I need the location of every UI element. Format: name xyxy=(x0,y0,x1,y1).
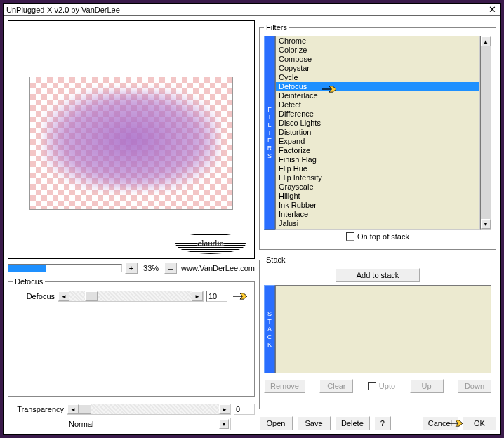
filter-item[interactable]: Copystar xyxy=(276,64,479,73)
preview-image xyxy=(44,90,218,190)
defocus-group: Defocus Defocus ◄ ► xyxy=(8,277,255,397)
pointing-hand-icon xyxy=(230,289,250,303)
blend-mode-row: Normal ▼ xyxy=(8,418,255,430)
filter-item[interactable]: Distortion xyxy=(276,128,479,137)
filter-item[interactable]: Deinterlace xyxy=(276,91,479,100)
zoom-row: + 33% – www.VanDerLee.com xyxy=(8,262,255,274)
filter-item[interactable]: Colorize xyxy=(276,46,479,55)
defocus-row: Defocus ◄ ► xyxy=(13,290,250,303)
stack-list[interactable] xyxy=(275,285,491,373)
preview-canvas[interactable] xyxy=(29,77,233,210)
transparency-label: Transparency xyxy=(8,405,64,413)
transparency-slider[interactable]: ◄ ► xyxy=(67,404,231,415)
filter-item[interactable]: Flip Intensity xyxy=(276,173,479,182)
filter-item[interactable]: Compose xyxy=(276,55,479,64)
filter-item[interactable]: Difference xyxy=(276,109,479,119)
transparency-row: Transparency ◄ ► xyxy=(8,404,255,415)
bottom-buttons: Open Save Delete ? Cancel OK xyxy=(259,416,496,430)
filter-item[interactable]: Flip Hue xyxy=(276,164,479,173)
filter-item[interactable]: Ink Rubber xyxy=(276,201,479,210)
window-title: UnPlugged-X v2.0 by VanDerLee xyxy=(6,6,486,14)
save-button[interactable]: Save xyxy=(297,416,331,430)
titlebar: UnPlugged-X v2.0 by VanDerLee ✕ xyxy=(4,4,500,16)
filters-scrollbar[interactable]: ▲ ▼ xyxy=(480,36,491,230)
filter-item[interactable]: Disco Lights xyxy=(276,119,479,128)
delete-button[interactable]: Delete xyxy=(335,416,370,430)
filters-legend: Filters xyxy=(264,23,289,32)
scroll-down-arrow[interactable]: ▼ xyxy=(481,219,491,229)
scroll-up-arrow[interactable]: ▲ xyxy=(481,36,491,46)
right-column: Filters FILTERS ChromeColorizeComposeCop… xyxy=(259,20,496,430)
ontop-label: On top of stack xyxy=(357,232,409,241)
filter-item[interactable]: Finish Flag xyxy=(276,155,479,164)
filters-list[interactable]: ChromeColorizeComposeCopystarCycleDefocu… xyxy=(275,36,480,230)
stack-group: Stack Add to stack STACK Remove Clear xyxy=(259,255,496,409)
cancel-button[interactable]: Cancel xyxy=(422,416,458,430)
close-button[interactable]: ✕ xyxy=(486,5,498,15)
ontop-checkbox[interactable]: On top of stack xyxy=(346,232,409,241)
zoom-out-button[interactable]: – xyxy=(164,263,177,274)
brand-logo: claudia xyxy=(175,233,246,254)
slider-thumb[interactable] xyxy=(85,291,98,301)
chevron-down-icon[interactable]: ▼ xyxy=(219,419,229,429)
filter-item[interactable]: Defocus xyxy=(276,82,479,91)
slider-left-arrow[interactable]: ◄ xyxy=(67,404,79,414)
filters-group: Filters FILTERS ChromeColorizeComposeCop… xyxy=(259,23,496,250)
slider-right-arrow[interactable]: ► xyxy=(192,291,203,301)
app-window: UnPlugged-X v2.0 by VanDerLee ✕ claudia … xyxy=(3,3,501,435)
zoom-in-button[interactable]: + xyxy=(125,263,138,274)
defocus-label: Defocus xyxy=(13,292,55,300)
scroll-track[interactable] xyxy=(481,46,491,219)
filter-item[interactable]: Cycle xyxy=(276,73,479,82)
filters-vtab[interactable]: FILTERS xyxy=(264,36,275,230)
open-button[interactable]: Open xyxy=(259,416,293,430)
preview-frame: claudia xyxy=(8,20,255,259)
vendor-link[interactable]: www.VanDerLee.com xyxy=(181,264,255,272)
transparency-value-input[interactable] xyxy=(234,404,255,415)
stack-legend: Stack xyxy=(264,255,288,264)
remove-button[interactable]: Remove xyxy=(264,379,305,393)
defocus-legend: Defocus xyxy=(13,277,45,286)
left-column: claudia + 33% – www.VanDerLee.com Defocu… xyxy=(8,20,255,430)
filter-item[interactable]: Hilight xyxy=(276,192,479,201)
ontop-row: On top of stack xyxy=(264,230,491,245)
down-button[interactable]: Down xyxy=(458,379,491,393)
upto-label: Upto xyxy=(379,382,395,390)
checkbox-box[interactable] xyxy=(368,382,376,390)
zoom-label: 33% xyxy=(140,264,161,272)
ok-button[interactable]: OK xyxy=(463,416,496,430)
filter-item[interactable]: Grayscale xyxy=(276,182,479,192)
defocus-value-input[interactable] xyxy=(206,291,227,302)
clear-button[interactable]: Clear xyxy=(319,379,353,393)
stack-vtab[interactable]: STACK xyxy=(264,285,275,373)
blend-mode-combo[interactable]: Normal ▼ xyxy=(67,418,231,430)
filter-item[interactable]: Chrome xyxy=(276,36,479,46)
slider-right-arrow[interactable]: ► xyxy=(219,404,230,414)
slider-thumb[interactable] xyxy=(79,404,91,414)
filter-item[interactable]: Interlace xyxy=(276,210,479,219)
blend-mode-value: Normal xyxy=(69,420,93,428)
zoom-progress[interactable] xyxy=(8,264,122,272)
slider-left-arrow[interactable]: ◄ xyxy=(58,291,69,301)
help-button[interactable]: ? xyxy=(374,416,391,430)
upto-checkbox[interactable]: Upto xyxy=(368,382,395,390)
content: claudia + 33% – www.VanDerLee.com Defocu… xyxy=(4,16,500,434)
filter-item[interactable]: Factorize xyxy=(276,146,479,155)
add-to-stack-button[interactable]: Add to stack xyxy=(336,268,420,282)
filter-item[interactable]: Expand xyxy=(276,137,479,146)
filter-item[interactable]: Jalusi xyxy=(276,219,479,228)
checkbox-box[interactable] xyxy=(346,232,354,241)
filter-item[interactable]: Detect xyxy=(276,100,479,109)
up-button[interactable]: Up xyxy=(410,379,444,393)
defocus-slider[interactable]: ◄ ► xyxy=(58,291,204,302)
